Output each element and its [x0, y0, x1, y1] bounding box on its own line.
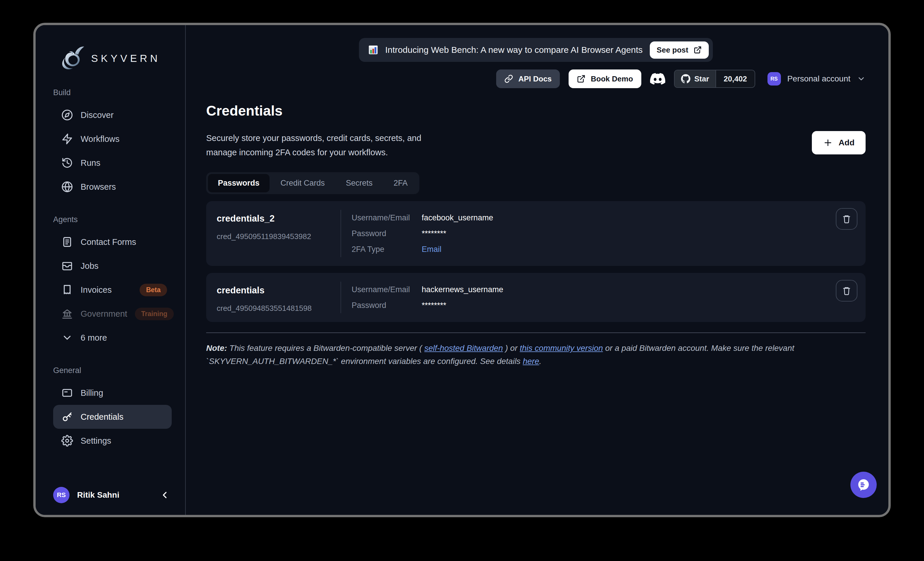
field-label: 2FA Type: [352, 241, 422, 257]
collapse-sidebar-button[interactable]: [159, 490, 170, 500]
sidebar-item-credentials[interactable]: Credentials: [53, 405, 172, 429]
section-label-agents: Agents: [36, 215, 185, 224]
delete-credential-button[interactable]: [836, 208, 857, 230]
bitwarden-note: Note: This feature requires a Bitwarden-…: [206, 342, 866, 368]
sidebar-item-label: Credentials: [81, 412, 123, 422]
main-content: Introducing Web Bench: A new way to comp…: [186, 25, 888, 515]
user-row[interactable]: RS Ritik Sahni: [36, 487, 185, 504]
credential-fields: Username/Email facebook_username Passwor…: [352, 210, 493, 257]
note-text: This feature requires a Bitwarden-compat…: [227, 344, 424, 353]
chevron-down-icon: [62, 332, 73, 344]
key-icon: [62, 411, 73, 423]
delete-credential-button[interactable]: [836, 280, 857, 302]
field-value: hackernews_username: [422, 282, 503, 298]
api-docs-label: API Docs: [518, 75, 552, 84]
credential-identity: credentials cred_495094853551481598: [217, 282, 340, 313]
sidebar-item-label: 6 more: [81, 333, 107, 343]
credential-card: credentials cred_495094853551481598 User…: [206, 273, 866, 322]
sidebar-item-settings[interactable]: Settings: [53, 429, 172, 453]
discord-logo: [650, 71, 665, 87]
field-row: Password ********: [352, 298, 503, 313]
sidebar-item-government[interactable]: Government Training: [53, 302, 172, 326]
sidebar-item-label: Discover: [81, 110, 114, 120]
avatar: RS: [53, 487, 69, 503]
inbox-icon: [62, 260, 73, 272]
announcement-banner: Introducing Web Bench: A new way to comp…: [359, 38, 713, 62]
note-text: .: [539, 357, 542, 366]
sidebar-item-contact-forms[interactable]: Contact Forms: [53, 230, 172, 254]
github-star-widget[interactable]: Star 20,402: [674, 70, 755, 88]
screen: SKYVERN Build Discover Workflows Runs: [0, 0, 924, 561]
account-avatar: RS: [768, 72, 781, 85]
gear-icon: [62, 435, 73, 447]
sidebar-item-label: Browsers: [81, 182, 116, 192]
self-hosted-bitwarden-link[interactable]: self-hosted Bitwarden: [424, 344, 503, 353]
tab-passwords[interactable]: Passwords: [208, 174, 270, 192]
skyvern-logo: SKYVERN: [59, 45, 185, 72]
sidebar-item-jobs[interactable]: Jobs: [53, 254, 172, 278]
section-label-build: Build: [36, 88, 185, 97]
chevron-down-icon: [857, 75, 866, 83]
sidebar-item-workflows[interactable]: Workflows: [53, 127, 172, 151]
credential-name: credentials: [217, 285, 340, 296]
field-label: Password: [352, 298, 422, 313]
nav-general: Billing Credentials Settings: [36, 381, 185, 453]
sidebar-item-label: Billing: [81, 388, 103, 398]
tab-2fa[interactable]: 2FA: [384, 174, 418, 192]
github-icon: [681, 74, 690, 84]
link-icon: [504, 75, 513, 83]
divider: [340, 210, 341, 257]
book-demo-label: Book Demo: [591, 75, 633, 84]
field-row: Username/Email facebook_username: [352, 210, 493, 226]
field-value-2fa-type[interactable]: Email: [422, 241, 441, 257]
see-post-button[interactable]: See post: [650, 42, 709, 59]
user-name: Ritik Sahni: [77, 491, 120, 500]
nav-agents: Contact Forms Jobs Invoices Beta Governm…: [36, 230, 185, 350]
nav-build: Discover Workflows Runs Browsers: [36, 103, 185, 199]
discord-icon[interactable]: [650, 71, 665, 87]
field-value: facebook_username: [422, 210, 493, 226]
note-text: ) or: [503, 344, 520, 353]
credential-card: credentials_2 cred_495095119839453982 Us…: [206, 201, 866, 266]
sidebar-item-runs[interactable]: Runs: [53, 151, 172, 175]
globe-icon: [62, 181, 73, 193]
field-row: 2FA Type Email: [352, 241, 493, 257]
community-version-link[interactable]: this community version: [520, 344, 603, 353]
sidebar-item-billing[interactable]: Billing: [53, 381, 172, 405]
account-menu[interactable]: RS Personal account: [768, 72, 866, 85]
sidebar-item-more[interactable]: 6 more: [53, 326, 172, 350]
tab-credit-cards[interactable]: Credit Cards: [271, 174, 335, 192]
chevron-left-icon: [159, 490, 170, 500]
see-details-here-link[interactable]: here: [523, 357, 539, 366]
logo-wordmark: SKYVERN: [91, 52, 160, 64]
sidebar-item-label: Settings: [81, 436, 111, 446]
header-actions: API Docs Book Demo Star 20,402: [206, 69, 866, 88]
external-link-icon: [577, 75, 585, 83]
dragon-logo-icon: [59, 45, 85, 72]
training-badge: Training: [135, 308, 174, 320]
sidebar-item-invoices[interactable]: Invoices Beta: [53, 278, 172, 302]
credential-id: cred_495095119839453982: [217, 232, 340, 241]
tab-secrets[interactable]: Secrets: [336, 174, 382, 192]
plus-icon: [823, 138, 833, 148]
sidebar-item-discover[interactable]: Discover: [53, 103, 172, 127]
account-label: Personal account: [788, 74, 850, 84]
landmark-icon: [62, 308, 73, 320]
field-row: Username/Email hackernews_username: [352, 282, 503, 298]
api-docs-button[interactable]: API Docs: [496, 69, 560, 88]
sidebar-item-label: Runs: [81, 158, 100, 168]
credential-type-tabs: Passwords Credit Cards Secrets 2FA: [206, 172, 419, 194]
field-label: Username/Email: [352, 210, 422, 226]
receipt-icon: [62, 284, 73, 296]
credential-id: cred_495094853551481598: [217, 304, 340, 313]
divider: [340, 282, 341, 313]
github-star-button[interactable]: Star: [675, 70, 716, 87]
section-label-general: General: [36, 366, 185, 375]
chat-widget-button[interactable]: [850, 472, 877, 498]
chat-bubble-icon: [856, 477, 871, 492]
sidebar-item-label: Invoices: [81, 285, 111, 295]
add-button[interactable]: Add: [812, 131, 866, 154]
app-window: SKYVERN Build Discover Workflows Runs: [33, 23, 891, 517]
book-demo-button[interactable]: Book Demo: [568, 69, 641, 88]
sidebar-item-browsers[interactable]: Browsers: [53, 175, 172, 199]
